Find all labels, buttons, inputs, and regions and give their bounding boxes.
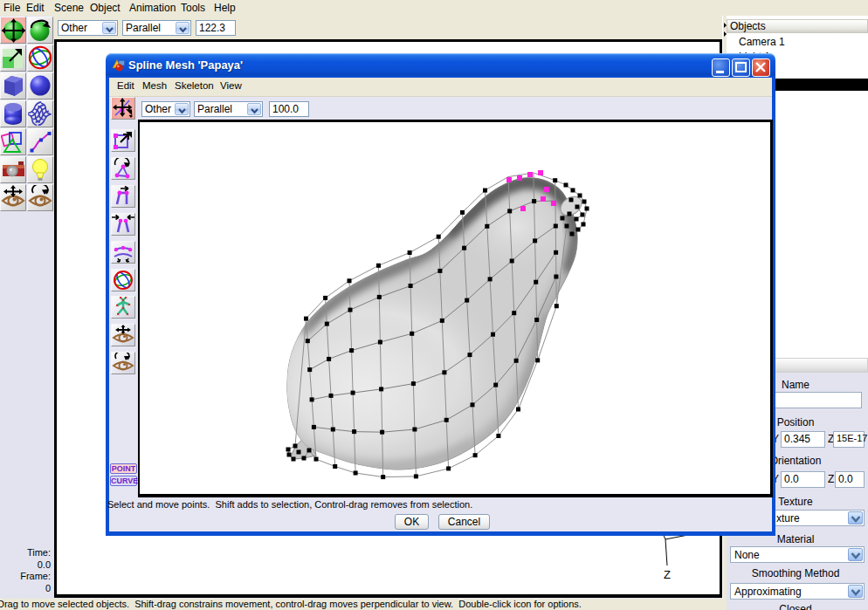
svg-text:Z: Z: [664, 568, 671, 581]
